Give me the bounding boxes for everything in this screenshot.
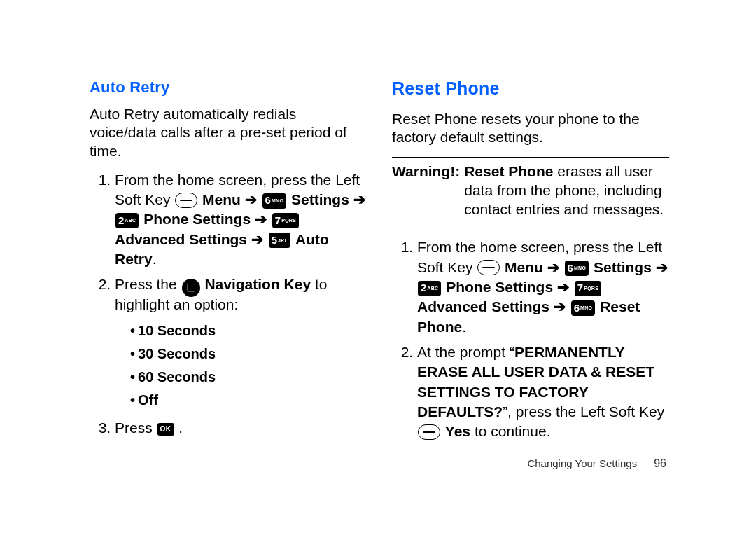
option-30s: 30 Seconds	[130, 345, 367, 364]
option-off: Off	[130, 391, 367, 410]
arrow-icon: ➔	[554, 298, 566, 314]
settings-label: Settings	[291, 191, 349, 207]
page-footer: Changing Your Settings 96	[527, 457, 666, 470]
options-list: 10 Seconds 30 Seconds 60 Seconds Off	[115, 321, 367, 410]
warning-subject: Reset Phone	[464, 163, 553, 179]
warning-box: Warning!: Reset Phone erases all user da…	[392, 157, 669, 224]
key-2-icon: 2ABC	[418, 281, 441, 296]
footer-section: Changing Your Settings	[527, 457, 637, 469]
arrow-icon: ➔	[354, 191, 366, 207]
step-1-right: From the home screen, press the Left Sof…	[417, 237, 669, 337]
step-3-left: Press OK .	[115, 418, 367, 438]
intro-reset-phone: Reset Phone resets your phone to the fac…	[392, 110, 669, 147]
yes-label: Yes	[445, 423, 470, 439]
step-2-left: Press the Navigation Key to highlight an…	[115, 275, 367, 410]
left-soft-key-icon	[477, 260, 500, 275]
step-1-left: From the home screen, press the Left Sof…	[115, 170, 367, 270]
advanced-settings-label: Advanced Settings	[115, 231, 247, 247]
key-5-icon: 5JKL	[269, 233, 290, 248]
key-6-icon: 6MNO	[571, 300, 596, 316]
warning-text: Reset Phone erases all user data from th…	[464, 162, 669, 219]
column-reset-phone: Reset Phone Reset Phone resets your phon…	[392, 78, 669, 448]
arrow-icon: ➔	[547, 259, 560, 275]
text: Press	[115, 420, 157, 436]
menu-label: Menu	[202, 191, 241, 207]
heading-auto-retry: Auto Retry	[90, 78, 367, 97]
key-2-icon: 2ABC	[115, 213, 139, 228]
menu-label: Menu	[505, 259, 543, 275]
key-6-icon: 6MNO	[262, 193, 287, 209]
ok-key-icon: OK	[158, 423, 174, 436]
column-auto-retry: Auto Retry Auto Retry automatically redi…	[90, 78, 367, 448]
text: ”, press the Left Soft Key	[503, 403, 664, 420]
page-number: 96	[654, 457, 666, 470]
navigation-key-icon	[182, 279, 200, 297]
key-6-icon: 6MNO	[565, 261, 589, 276]
settings-label: Settings	[594, 259, 652, 275]
text: to continue.	[470, 423, 550, 439]
arrow-icon: ➔	[245, 191, 258, 207]
nav-key-label: Navigation Key	[204, 276, 311, 292]
heading-reset-phone: Reset Phone	[392, 78, 669, 99]
arrow-icon: ➔	[557, 279, 570, 295]
option-10s: 10 Seconds	[130, 321, 367, 340]
key-7-icon: 7PQRS	[272, 213, 299, 228]
text: At the prompt “	[417, 344, 514, 360]
step-2-right: At the prompt “PERMANENTLY ERASE ALL USE…	[417, 342, 669, 442]
warning-label: Warning!:	[392, 162, 460, 219]
arrow-icon: ➔	[255, 211, 267, 227]
phone-settings-label: Phone Settings	[446, 279, 553, 295]
arrow-icon: ➔	[251, 231, 264, 247]
option-60s: 60 Seconds	[130, 368, 367, 387]
arrow-icon: ➔	[656, 259, 668, 275]
left-soft-key-icon	[175, 193, 197, 208]
phone-settings-label: Phone Settings	[144, 211, 251, 227]
text: Press the	[115, 276, 181, 292]
intro-auto-retry: Auto Retry automatically redials voice/d…	[90, 105, 367, 160]
advanced-settings-label: Advanced Settings	[417, 298, 550, 314]
key-7-icon: 7PQRS	[575, 281, 601, 296]
left-soft-key-icon	[418, 424, 440, 440]
